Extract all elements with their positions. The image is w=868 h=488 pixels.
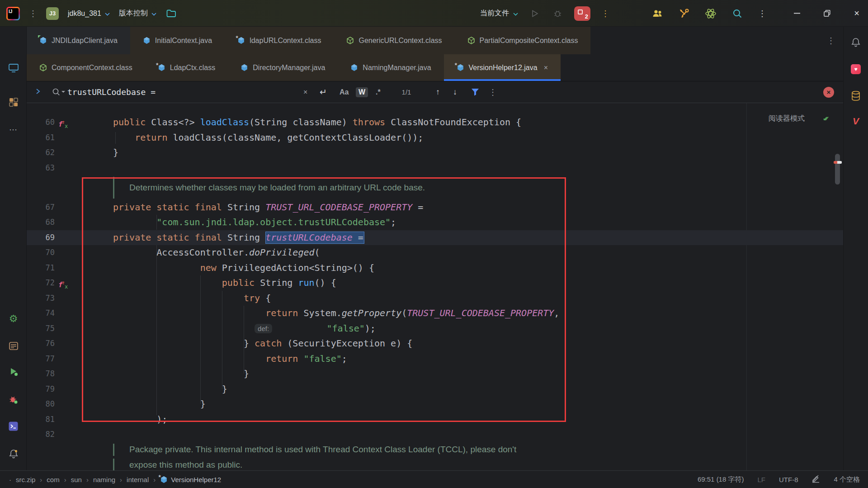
editor-tab-GenericURLContext.class[interactable]: GenericURLContext.class xyxy=(334,27,454,54)
search-options-kebab-icon[interactable]: ⋮ xyxy=(489,87,497,97)
line-number[interactable]: 69 xyxy=(27,230,55,246)
database-tool-icon[interactable] xyxy=(844,89,868,103)
stop-button[interactable]: 2 xyxy=(574,6,590,21)
previous-occurrence-icon[interactable]: ↑ xyxy=(436,87,440,97)
editor-tab-InitialContext.java[interactable]: InitialContext.java xyxy=(130,27,225,54)
vcs-widget[interactable]: 版本控制 xyxy=(119,9,156,18)
editor-tab-LdapCtx.class[interactable]: *LdapCtx.class xyxy=(145,54,228,81)
status-bar: ·src.zip›com›sun›naming›internal›*Versio… xyxy=(0,470,868,488)
breadcrumb-item-VersionHelper12[interactable]: *VersionHelper12 xyxy=(160,476,221,483)
line-number[interactable]: 73 xyxy=(27,291,55,306)
editor-tab-JNDILdapClient.java[interactable]: JNDILdapClient.java xyxy=(27,27,130,54)
code-line-60[interactable]: 60f↑xpublic Class<?> loadClass(String cl… xyxy=(27,115,843,130)
breadcrumb-separator-icon: › xyxy=(64,476,66,483)
more-actions-kebab-icon[interactable]: ⋮ xyxy=(758,9,766,18)
line-number[interactable]: 70 xyxy=(27,245,55,261)
editor-tab-ComponentContext.class[interactable]: ComponentContext.class xyxy=(27,54,145,81)
structure-tool-icon[interactable] xyxy=(0,95,27,109)
editor-tab-VersionHelper12.java[interactable]: *VersionHelper12.java× xyxy=(444,54,561,81)
editor-tab-DirectoryManager.java[interactable]: DirectoryManager.java xyxy=(228,54,338,81)
run-widget-kebab-icon[interactable]: ⋮ xyxy=(601,9,609,18)
line-number[interactable]: 62 xyxy=(27,145,55,161)
code-with-me-icon[interactable] xyxy=(651,8,663,19)
line-number[interactable]: 81 xyxy=(27,412,55,427)
code-line-61[interactable]: 61 return loadClass(className, getContex… xyxy=(27,130,843,146)
project-selector[interactable]: jdk8u_381 xyxy=(68,9,110,18)
line-separator[interactable]: LF xyxy=(757,476,765,483)
more-tool-windows-icon[interactable]: ⋯ xyxy=(0,123,27,137)
services-tool-icon[interactable] xyxy=(0,339,27,353)
breadcrumb-item-internal[interactable]: internal xyxy=(127,476,149,483)
restore-button[interactable] xyxy=(821,8,833,19)
settings-gear-icon[interactable]: ⚙ xyxy=(0,312,27,326)
folder-icon[interactable] xyxy=(165,8,177,19)
whole-words-toggle[interactable]: W xyxy=(356,87,368,97)
breadcrumb-item-sun[interactable]: sun xyxy=(71,476,82,483)
search-input[interactable]: trustURLCodebase = xyxy=(67,87,156,97)
doc-comment-bar xyxy=(113,444,114,456)
line-number[interactable]: 82 xyxy=(27,427,55,442)
line-number[interactable]: 71 xyxy=(27,261,55,276)
read-only-icon[interactable] xyxy=(811,474,820,484)
atom-plugin-icon[interactable] xyxy=(705,8,717,19)
notifications-bell-icon[interactable] xyxy=(0,446,27,461)
terminal-tool-icon[interactable] xyxy=(0,419,27,433)
line-number[interactable]: 76 xyxy=(27,336,55,351)
editor-tab-PartialCompositeContext.class[interactable]: PartialCompositeContext.class xyxy=(455,27,591,54)
debug-button-icon[interactable] xyxy=(552,8,563,19)
breadcrumb-separator-icon: › xyxy=(153,476,156,483)
run-tool-icon[interactable] xyxy=(0,365,27,379)
main-menu-kebab-icon[interactable]: ⋮ xyxy=(29,9,37,18)
plugin-pink-icon[interactable]: ♥ xyxy=(844,62,868,76)
tab-row1-kebab-icon[interactable]: ⋮ xyxy=(827,27,835,54)
tab-label: ldapURLContext.class xyxy=(250,37,321,45)
expand-search-icon[interactable] xyxy=(36,88,40,96)
code-line-63[interactable]: 63 xyxy=(27,161,843,176)
code-editor[interactable]: 阅读器模式 ✔✔ 60f↑xpublic Class<?> loadClass(… xyxy=(27,103,843,470)
line-number[interactable]: 72 xyxy=(27,275,55,291)
line-number[interactable]: 80 xyxy=(27,397,55,412)
filter-icon[interactable] xyxy=(471,88,479,96)
next-occurrence-icon[interactable]: ↓ xyxy=(453,87,457,97)
scrollbar-thumb[interactable] xyxy=(835,154,840,185)
clear-search-icon[interactable]: × xyxy=(303,88,307,96)
close-button[interactable]: × xyxy=(851,8,863,19)
search-history-icon[interactable] xyxy=(52,88,65,96)
match-case-toggle[interactable]: Aa xyxy=(340,88,349,96)
regex-toggle[interactable]: .* xyxy=(376,88,381,96)
run-button-icon[interactable] xyxy=(529,8,541,19)
code-line-62[interactable]: 62} xyxy=(27,145,843,161)
line-number[interactable]: 61 xyxy=(27,130,55,146)
plugin-v-icon[interactable]: V xyxy=(844,114,868,128)
line-number[interactable]: 75 xyxy=(27,321,55,336)
line-number[interactable]: 79 xyxy=(27,382,55,397)
minimize-button[interactable] xyxy=(791,8,803,19)
close-search-icon[interactable]: × xyxy=(823,87,834,98)
run-configuration-selector[interactable]: 当前文件 xyxy=(480,9,518,18)
line-number[interactable]: 77 xyxy=(27,351,55,367)
newline-icon[interactable]: ↵ xyxy=(320,87,327,97)
tools-icon[interactable] xyxy=(678,8,690,19)
code-line-82[interactable]: 82 xyxy=(27,427,843,442)
editor-tab-ldapURLContext.class[interactable]: *ldapURLContext.class xyxy=(225,27,334,54)
line-number[interactable]: 78 xyxy=(27,366,55,382)
find-stripe-marker[interactable] xyxy=(834,161,842,164)
line-number[interactable]: 63 xyxy=(27,161,55,176)
project-badge[interactable]: J3 xyxy=(46,7,59,20)
breadcrumb-item-naming[interactable]: naming xyxy=(93,476,115,483)
notifications-icon[interactable] xyxy=(844,35,868,49)
debug-tool-icon[interactable] xyxy=(0,392,27,407)
line-number[interactable]: 60 xyxy=(27,115,55,130)
breadcrumb-item-src.zip[interactable]: src.zip xyxy=(16,476,35,483)
search-everywhere-icon[interactable] xyxy=(731,8,743,19)
tab-close-icon[interactable]: × xyxy=(544,64,548,72)
line-number[interactable]: 68 xyxy=(27,215,55,230)
project-tool-icon[interactable] xyxy=(0,61,27,75)
file-encoding[interactable]: UTF-8 xyxy=(779,476,798,483)
caret-position[interactable]: 69:51 (18 字符) xyxy=(698,475,744,484)
indent-setting[interactable]: 4 个空格 xyxy=(834,475,860,484)
line-number[interactable]: 74 xyxy=(27,306,55,321)
editor-tab-NamingManager.java[interactable]: NamingManager.java xyxy=(338,54,443,81)
breadcrumb-item-com[interactable]: com xyxy=(47,476,59,483)
line-number[interactable]: 67 xyxy=(27,200,55,215)
